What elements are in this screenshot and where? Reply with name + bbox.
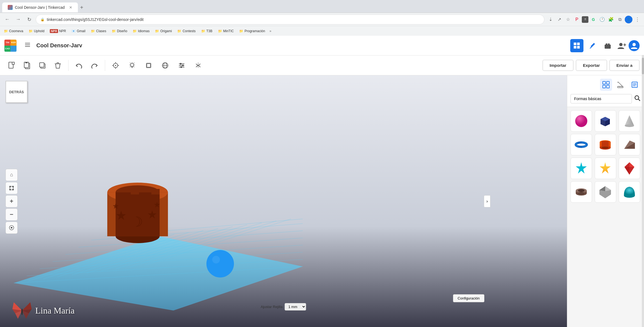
tab-close[interactable]: ✕ [69,5,72,10]
delete-button[interactable] [51,58,65,73]
folder-icon: 📁 [218,29,222,33]
light-tool-button[interactable] [125,58,139,73]
sphere-tool-button[interactable] [158,58,172,73]
shape-polyhedron[interactable] [595,181,616,203]
menu-hamburger-button[interactable] [23,40,32,51]
search-shapes-button[interactable] [634,95,641,103]
svg-marker-111 [600,162,611,174]
clock-icon[interactable]: 🕐 [598,16,606,23]
bookmark-npr[interactable]: NPR NPR [49,29,67,34]
add-user-button[interactable] [616,41,626,51]
menu-btn[interactable]: ⋮ [634,16,641,23]
forward-button[interactable]: → [14,15,23,24]
bookmark-origami[interactable]: 📁 Origami [154,29,173,34]
shape-gem[interactable] [619,158,640,179]
import-button[interactable]: Importar [542,60,574,71]
svg-rect-20 [57,63,59,64]
bookmark-clases[interactable]: 📁 Clases [90,29,107,34]
paste-button[interactable] [20,58,34,73]
puzzle-icon[interactable]: 🧩 [607,16,615,23]
bookmark-contests[interactable]: 📁 Contests [176,29,197,34]
notes-button[interactable] [629,79,641,91]
svg-marker-113 [629,162,634,167]
shape-cone[interactable] [619,110,640,132]
svg-rect-71 [151,189,160,194]
new-tab-btn[interactable]: + [80,4,83,11]
panel-scrollbar[interactable] [642,75,644,327]
svg-point-118 [578,192,585,195]
user-avatar[interactable] [629,40,640,51]
reload-button[interactable]: ↻ [25,15,34,24]
configuration-button[interactable]: Configuración [453,294,484,302]
back-button[interactable]: ← [3,15,12,24]
bookmark-uphold[interactable]: 📁 Uphold [28,29,45,34]
svg-point-12 [632,43,636,46]
bookmark-t3b[interactable]: 📁 T3B [200,29,214,34]
shape-box[interactable] [595,110,616,132]
viewport[interactable]: DETRÁS ⌂ + [0,75,567,327]
bookmark-label: Coomeva [9,29,23,33]
pickaxe-button[interactable] [586,39,599,52]
more-bookmarks[interactable]: » [269,29,271,33]
grid-size-select[interactable]: 1 mm 2 mm 5 mm 10 mm [285,303,306,310]
toolbar-middle-tools [108,58,205,73]
bookmark-coomeva[interactable]: 📁 Coomeva [3,29,24,34]
active-tab[interactable]: Cool Densor-Jarv | Tinkercad ✕ [2,2,78,12]
undo-button[interactable] [72,58,86,73]
watermark: Lina María [11,299,75,321]
svg-rect-8 [606,43,607,45]
bookmark-btn[interactable]: ☆ [564,16,572,23]
panel-toggle-button[interactable]: › [484,195,490,207]
shape-tool-button[interactable] [141,58,156,73]
shape-ring-brown[interactable] [571,181,592,203]
bookmark-programacion[interactable]: 📁 Programación [238,29,266,34]
shape-paraboloid[interactable] [619,181,640,203]
camera-tool-button[interactable] [108,58,123,73]
shape-sphere[interactable] [571,110,592,132]
bookmark-mintic[interactable]: 📁 MinTIC [217,29,235,34]
pinterest-icon[interactable]: P [573,16,581,23]
svg-marker-114 [624,167,629,175]
shape-star-gold[interactable] [595,158,616,179]
profile-btn[interactable]: 👤 [625,16,632,23]
export-button[interactable]: Exportar [576,60,607,71]
shapes-grid [567,107,644,206]
bookmark-idiomas[interactable]: 📁 Idiomas [132,29,151,34]
npr-icon: NPR [50,29,58,33]
bookmark-gmail[interactable]: 📧 Gmail [70,29,86,34]
grammarly-icon[interactable]: G [590,16,597,23]
extension-btn[interactable]: ⇣ [547,16,554,23]
folder-icon: 📁 [177,29,181,33]
address-bar[interactable]: 🔒 tinkercad.com/things/g5SJ1ZYEGsl-cool-… [36,15,544,24]
view-cube-label[interactable]: DETRÁS [6,81,28,103]
extension-grid-icon[interactable]: ⠿ [582,16,588,23]
svg-marker-75 [12,302,22,310]
toolbar-divider-1 [68,60,69,71]
ruler-button[interactable] [614,79,626,91]
share-btn[interactable]: ↗ [555,16,563,23]
new-document-button[interactable] [4,58,19,73]
grid-shapes-button[interactable] [600,79,612,91]
shape-category-select[interactable]: Formas básicas Letras y números Conector… [571,94,632,103]
svg-rect-2 [25,46,30,47]
window-icon[interactable]: ⧉ [616,16,624,23]
bookmark-label: Idiomas [138,29,149,33]
send-button[interactable]: Enviar a [609,60,640,71]
blocks-button[interactable] [601,39,614,52]
duplicate-button[interactable] [35,58,50,73]
mirror-button[interactable] [191,58,205,73]
svg-point-10 [619,43,623,46]
align-button[interactable] [174,58,189,73]
shape-torus[interactable] [571,134,592,155]
folder-icon: 📁 [133,29,137,33]
view-cube[interactable]: DETRÁS [6,81,28,103]
logo-tin: TIN [4,40,10,46]
grid-view-button[interactable] [570,39,583,52]
bookmark-diseno[interactable]: 📁 Diseño [111,29,128,34]
shape-wedge[interactable] [619,134,640,155]
header-right [570,39,640,52]
shape-ring[interactable] [595,134,616,155]
shape-star-teal[interactable] [571,158,592,179]
redo-button[interactable] [87,58,102,73]
project-title[interactable]: Cool Densor-Jarv [36,42,82,49]
